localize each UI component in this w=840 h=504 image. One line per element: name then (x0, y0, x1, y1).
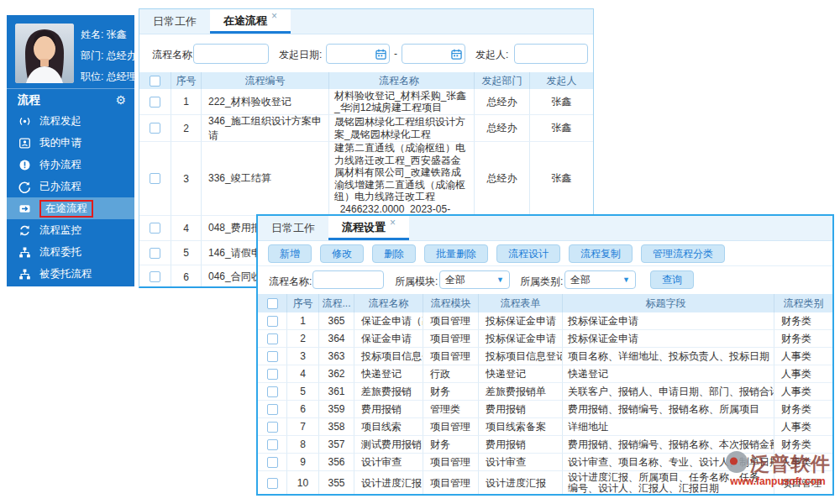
category-select[interactable]: 全部▼ (564, 270, 636, 289)
col-process-module: 流程模块 (423, 294, 479, 312)
table-row[interactable]: 2 346_施工组织设计方案申请 晟铭园林绿化工程组织设计方案_晟铭园林绿化工程… (139, 115, 593, 142)
row-checkbox[interactable] (267, 478, 278, 489)
select-all-checkbox[interactable] (267, 298, 278, 309)
sidebar-item-my-applications[interactable]: 我的申请 (7, 132, 134, 154)
sidebar: 姓名: 张鑫 部门: 总经办 职位: 总经理 流程 ⚙ 流程发起 我的申请 (7, 15, 134, 286)
panel1-tabbar: 日常工作 在途流程× (139, 9, 593, 34)
tab-daily-work[interactable]: 日常工作 (139, 9, 210, 34)
col-initiator: 发起人 (530, 72, 593, 89)
module-label: 所属模块: (395, 275, 438, 289)
batch-delete-button[interactable]: 批量删除 (424, 244, 488, 263)
table-row[interactable]: 3 336_竣工结算 收入合同_改建铁路成渝线增建第二直通线（成渝枢纽）电力线路… (139, 142, 593, 216)
date-separator: - (394, 48, 397, 60)
user-name: 姓名: 张鑫 (81, 24, 137, 45)
process-name-label: 流程名称: (152, 48, 195, 62)
row-checkbox[interactable] (267, 316, 278, 327)
edit-button[interactable]: 修改 (320, 244, 364, 263)
process-name-label: 流程名称: (269, 275, 312, 289)
col-title-fields: 标题字段 (563, 294, 774, 312)
col-seq: 序号 (171, 72, 202, 89)
user-dept: 部门: 总经办 (81, 45, 137, 66)
close-icon[interactable]: × (390, 217, 396, 228)
row-checkbox[interactable] (150, 97, 160, 108)
row-checkbox[interactable] (267, 457, 278, 468)
process-design-button[interactable]: 流程设计 (496, 244, 560, 263)
row-checkbox[interactable] (267, 439, 278, 450)
start-date-label: 发起日期: (279, 48, 322, 62)
sidebar-item-in-transit-processes[interactable]: 在途流程 (7, 197, 134, 219)
sidebar-menu: 流程发起 我的申请 待办流程 已办流程 在途流程 (7, 110, 134, 285)
row-checkbox[interactable] (267, 351, 278, 362)
calendar-icon[interactable] (375, 48, 386, 63)
annotation-highlight-box: 在途流程 (39, 200, 93, 218)
table-row[interactable]: 8 357 测试费用报销 财务 费用报销 费用报销、报销编号、报销名称、本次报销… (258, 436, 832, 454)
org-chart-icon (18, 268, 31, 281)
row-checkbox[interactable] (267, 333, 278, 344)
calendar-icon[interactable] (451, 48, 462, 63)
table-row[interactable]: 1 222_材料验收登记 材料验收登记_材料采购_张鑫_华润12城房建工程项目 … (139, 89, 593, 115)
tab-daily-work[interactable]: 日常工作 (258, 216, 328, 240)
redo-icon (18, 181, 31, 193)
module-select[interactable]: 全部▼ (439, 270, 510, 289)
chevron-down-icon: ▼ (496, 276, 504, 284)
user-title: 职位: 总经理 (81, 66, 137, 87)
row-checkbox[interactable] (150, 248, 160, 259)
manage-process-category-button[interactable]: 管理流程分类 (641, 244, 725, 263)
initiator-label: 发起人: (475, 48, 508, 62)
app-window: 姓名: 张鑫 部门: 总经办 职位: 总经理 流程 ⚙ 流程发起 我的申请 (0, 0, 840, 504)
initiator-input[interactable] (514, 44, 588, 64)
process-settings-window: 日常工作 流程设置× 新增 修改 删除 批量删除 流程设计 流程复制 管理流程分… (256, 214, 834, 496)
broadcast-icon (18, 115, 31, 128)
process-copy-button[interactable]: 流程复制 (569, 244, 633, 263)
table-row[interactable]: 1 365 保证金申请（副本） 项目管理 投标保证金申请 投标保证金申请 财务类 (258, 312, 832, 330)
col-process-name: 流程名称 (329, 72, 475, 89)
sidebar-item-delegated-processes[interactable]: 被委托流程 (7, 263, 134, 285)
sidebar-item-process-start[interactable]: 流程发起 (7, 110, 134, 132)
alert-circle-icon (18, 159, 31, 171)
col-seq: 序号 (287, 294, 319, 312)
add-button[interactable]: 新增 (268, 244, 312, 263)
sidebar-item-process-monitor[interactable]: 流程监控 (7, 219, 134, 241)
row-checkbox[interactable] (267, 404, 278, 415)
process-name-input[interactable] (312, 270, 384, 289)
sync-icon (18, 224, 31, 237)
chevron-down-icon: ▼ (622, 276, 630, 284)
user-profile: 姓名: 张鑫 部门: 总经办 职位: 总经理 (7, 15, 134, 88)
row-checkbox[interactable] (267, 369, 278, 380)
process-name-input[interactable] (193, 44, 269, 64)
row-checkbox[interactable] (267, 422, 278, 433)
col-start-dept: 发起部门 (475, 72, 530, 89)
delete-button[interactable]: 删除 (372, 244, 416, 263)
row-checkbox[interactable] (267, 386, 278, 397)
gear-icon[interactable]: ⚙ (115, 93, 126, 107)
table-row[interactable]: 9 356 设计审查 项目管理 设计审查 设计审查、项目名称、专业、设计人、制单… (258, 454, 832, 471)
table-row[interactable]: 6 359 费用报销 管理类 费用报销 费用报销、报销编号、报销名称、所属项目 … (258, 401, 832, 418)
table-row[interactable]: 10 355 设计进度汇报 项目管理 设计进度汇报 设计进度汇报、所属项目、任务… (258, 471, 832, 496)
table-row[interactable]: 7 358 项目线索 项目管理 项目线索备案 详细地址 人事类 (258, 418, 832, 436)
table-row[interactable]: 3 363 投标项目信息登记 项目管理 投标项目信息登记 项目名称、详细地址、投… (258, 348, 832, 365)
table-row[interactable]: 2 364 保证金申请 项目管理 投标保证金申请 投标保证金申请 财务类 (258, 330, 832, 348)
row-checkbox[interactable] (150, 271, 160, 282)
tab-in-transit-processes[interactable]: 在途流程× (210, 9, 291, 34)
row-checkbox[interactable] (150, 223, 160, 234)
select-all-checkbox[interactable] (150, 76, 160, 87)
id-card-icon (18, 137, 31, 150)
in-progress-icon (18, 202, 31, 215)
query-button[interactable]: 查询 (650, 270, 694, 289)
org-chart-icon (18, 246, 31, 259)
table-header-row: 序号 流程... 流程名称 流程模块 流程表单 标题字段 流程类别 (258, 294, 832, 312)
avatar (15, 24, 74, 83)
panel2-tabbar: 日常工作 流程设置× (258, 216, 832, 241)
panel2-filterbar: 流程名称: 所属模块: 全部▼ 所属类别: 全部▼ 查询 (258, 266, 832, 294)
sidebar-item-todo-processes[interactable]: 待办流程 (7, 154, 134, 176)
tab-process-settings[interactable]: 流程设置× (328, 216, 409, 240)
section-title: 流程 (18, 92, 115, 108)
sidebar-item-done-processes[interactable]: 已办流程 (7, 176, 134, 197)
table-row[interactable]: 4 362 快递登记 行政 快递登记 快递登记 人事类 (258, 365, 832, 383)
row-checkbox[interactable] (150, 123, 160, 134)
close-icon[interactable]: × (271, 10, 277, 22)
sidebar-item-process-delegation[interactable]: 流程委托 (7, 241, 134, 263)
row-checkbox[interactable] (150, 173, 160, 184)
table-row[interactable]: 5 361 差旅费报销 财务 差旅费报销单 关联客户、报销人、申请日期、部门、报… (258, 383, 832, 401)
col-process-code: 流程编号 (202, 72, 329, 89)
